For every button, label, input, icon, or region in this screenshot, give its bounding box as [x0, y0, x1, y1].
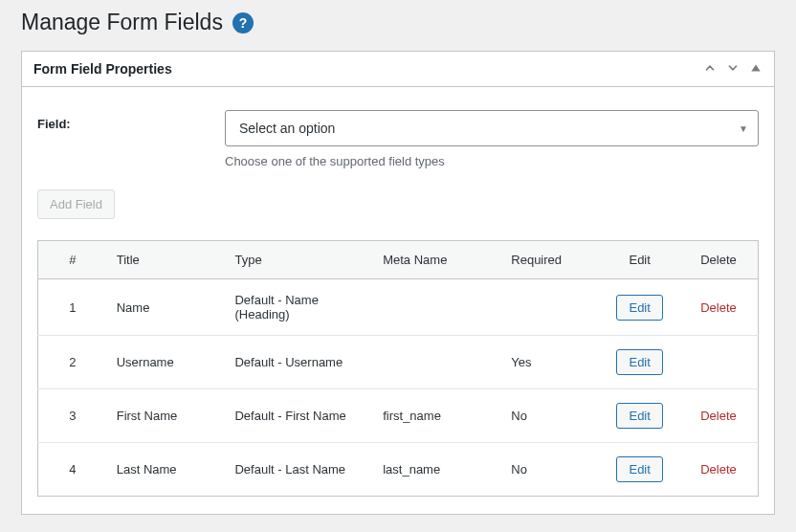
- col-required: Required: [501, 241, 600, 279]
- table-row: 4Last NameDefault - Last Namelast_nameNo…: [38, 443, 759, 497]
- row-edit-cell: Edit: [600, 279, 679, 336]
- delete-link[interactable]: Delete: [700, 300, 737, 315]
- row-title: First Name: [107, 389, 226, 443]
- panel-header: Form Field Properties: [22, 52, 774, 87]
- row-required: No: [501, 389, 600, 443]
- field-type-select[interactable]: Select an option ▼: [225, 110, 759, 146]
- field-control-wrap: Select an option ▼ Choose one of the sup…: [225, 110, 759, 168]
- row-type: Default - Last Name: [225, 443, 373, 497]
- page-title-text: Manage Form Fields: [21, 10, 223, 35]
- row-required: [501, 279, 600, 336]
- row-edit-cell: Edit: [600, 336, 679, 389]
- row-meta: first_name: [373, 389, 501, 443]
- col-title: Title: [107, 241, 226, 279]
- panel-prev-icon[interactable]: [703, 61, 717, 77]
- delete-link[interactable]: Delete: [700, 409, 737, 423]
- row-edit-cell: Edit: [600, 443, 679, 497]
- row-meta: [373, 336, 501, 389]
- row-delete-cell: Delete: [679, 389, 759, 443]
- row-delete-cell: Delete: [679, 443, 759, 497]
- panel-title: Form Field Properties: [33, 61, 172, 77]
- row-required: No: [501, 443, 600, 497]
- row-type: Default - First Name: [225, 389, 373, 443]
- edit-button[interactable]: Edit: [616, 456, 662, 482]
- edit-button[interactable]: Edit: [616, 403, 662, 429]
- field-row: Field: Select an option ▼ Choose one of …: [37, 110, 759, 168]
- help-icon[interactable]: ?: [232, 12, 254, 33]
- row-type: Default - Name (Heading): [225, 279, 373, 336]
- form-field-properties-panel: Form Field Properties Field: Select an o…: [21, 51, 775, 515]
- row-meta: [373, 279, 501, 336]
- row-edit-cell: Edit: [600, 389, 679, 443]
- panel-toggle-icon[interactable]: [749, 61, 763, 77]
- table-row: 1NameDefault - Name (Heading)EditDelete: [38, 279, 759, 336]
- row-index: 3: [38, 389, 107, 443]
- table-row: 3First NameDefault - First Namefirst_nam…: [38, 389, 759, 443]
- row-meta: last_name: [373, 443, 501, 497]
- panel-controls: [703, 61, 763, 77]
- edit-button[interactable]: Edit: [616, 295, 662, 321]
- row-title: Last Name: [107, 443, 226, 497]
- col-meta: Meta Name: [373, 241, 501, 279]
- row-title: Username: [107, 336, 226, 389]
- delete-link[interactable]: Delete: [700, 462, 737, 477]
- add-field-button[interactable]: Add Field: [37, 189, 115, 219]
- row-index: 4: [38, 443, 107, 497]
- table-row: 2UsernameDefault - UsernameYesEdit: [38, 336, 759, 389]
- row-required: Yes: [501, 336, 600, 389]
- edit-button[interactable]: Edit: [616, 349, 662, 375]
- svg-marker-0: [751, 65, 760, 72]
- row-delete-cell: [679, 336, 759, 389]
- page-title: Manage Form Fields ?: [21, 10, 254, 35]
- col-type: Type: [225, 241, 373, 279]
- fields-table-wrap: # Title Type Meta Name Required Edit Del…: [37, 240, 759, 497]
- field-label: Field:: [37, 110, 210, 131]
- col-delete: Delete: [679, 241, 759, 279]
- panel-body: Field: Select an option ▼ Choose one of …: [22, 87, 774, 514]
- col-edit: Edit: [600, 241, 679, 279]
- row-index: 1: [38, 279, 107, 336]
- field-hint: Choose one of the supported field types: [225, 154, 759, 168]
- field-type-select-value: Select an option: [239, 121, 335, 136]
- row-delete-cell: Delete: [679, 279, 759, 336]
- panel-next-icon[interactable]: [726, 61, 740, 77]
- fields-table: # Title Type Meta Name Required Edit Del…: [37, 240, 759, 497]
- row-title: Name: [107, 279, 226, 336]
- col-index: #: [38, 241, 107, 279]
- row-type: Default - Username: [225, 336, 373, 389]
- row-index: 2: [38, 336, 107, 389]
- chevron-down-icon: ▼: [739, 123, 748, 134]
